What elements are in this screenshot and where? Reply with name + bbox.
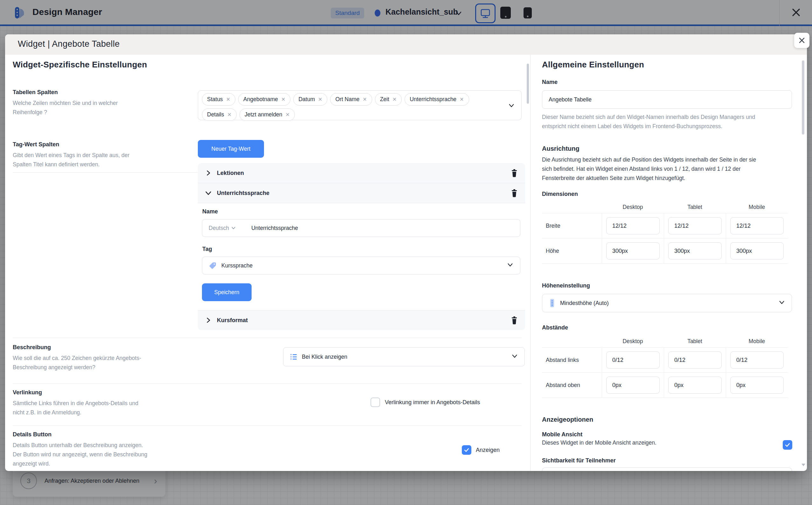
- chip-datum[interactable]: Datum✕: [293, 93, 327, 106]
- chip-remove-icon[interactable]: ✕: [227, 112, 231, 118]
- hoeheneinstellung-select[interactable]: Mindesthöhe (Auto): [542, 294, 792, 312]
- modal-close-button[interactable]: [794, 33, 809, 48]
- check-icon: [784, 442, 791, 448]
- abstand-links-desktop-input[interactable]: [606, 351, 660, 369]
- accordion-item-label: Lektionen: [217, 170, 244, 176]
- breite-mobile-input[interactable]: [730, 217, 784, 234]
- chip-remove-icon[interactable]: ✕: [286, 112, 290, 118]
- chip-label: Unterrichtssprache: [410, 96, 456, 103]
- mobile-ansicht-title: Mobile Ansicht: [542, 431, 583, 438]
- chip-label: Jetzt anmelden: [245, 111, 283, 118]
- trash-icon[interactable]: [510, 316, 518, 324]
- list-icon: [290, 353, 297, 361]
- speichern-button[interactable]: Speichern: [202, 283, 252, 301]
- abstand-oben-desktop-input[interactable]: [606, 376, 660, 394]
- hoehe-tablet-input[interactable]: [668, 242, 722, 260]
- left-scrollbar-thumb[interactable]: [527, 63, 529, 104]
- sichtbarkeit-select[interactable]: [542, 468, 792, 471]
- chip-label: Zeit: [380, 96, 389, 103]
- left-heading: Widget-Spezifische Einstellungen: [13, 60, 147, 70]
- tag-select[interactable]: Kurssprache: [202, 257, 520, 275]
- abstand-oben-tablet-input[interactable]: [668, 376, 722, 394]
- chip-zeit[interactable]: Zeit✕: [375, 93, 402, 106]
- widget-settings-column: Widget-Spezifische Einstellungen Tabelle…: [5, 55, 530, 471]
- abstand-oben-mobile-input[interactable]: [730, 376, 784, 394]
- chip-remove-icon[interactable]: ✕: [363, 96, 367, 103]
- chip-details[interactable]: Details✕: [202, 109, 236, 121]
- beschreibung-select[interactable]: Bei Klick anzeigen: [283, 347, 525, 366]
- chip-status[interactable]: Status✕: [202, 93, 235, 106]
- chip-remove-icon[interactable]: ✕: [281, 96, 285, 103]
- abstaende-table: Desktop Tablet Mobile Abstand links Abst…: [542, 335, 788, 398]
- trash-icon[interactable]: [510, 189, 518, 197]
- ruler-icon: [549, 299, 556, 308]
- modal-title: Widget | Angebote Tabelle: [18, 39, 120, 49]
- hoehe-desktop-input[interactable]: [606, 242, 660, 260]
- chip-remove-icon[interactable]: ✕: [226, 96, 230, 103]
- screen: Design Manager Standard Kachelansicht_su…: [0, 0, 812, 505]
- abstand-links-mobile-input[interactable]: [730, 351, 784, 369]
- chip-angebotname[interactable]: Angebotname✕: [238, 93, 290, 106]
- anzeigen-checkbox[interactable]: [462, 445, 471, 455]
- right-scrollbar-thumb[interactable]: [802, 60, 804, 135]
- tag-wert-accordion: Lektionen Unterrichtssprache Name: [198, 163, 525, 330]
- neuer-tag-wert-button[interactable]: Neuer Tag-Wert: [198, 140, 264, 158]
- tag-field-label: Tag: [202, 246, 212, 252]
- widget-name-label: Name: [542, 79, 557, 86]
- tag-icon: [209, 262, 217, 270]
- verlinkung-description: Sämtliche Links führen in die Angebots-D…: [13, 399, 148, 417]
- details-button-description: Details Button unterhalb der Beschreibun…: [13, 441, 150, 469]
- column-header: Desktop: [602, 204, 664, 210]
- chip-ort-name[interactable]: Ort Name✕: [330, 93, 372, 106]
- hoehe-mobile-input[interactable]: [730, 242, 784, 260]
- accordion-item-lektionen[interactable]: Lektionen: [198, 163, 525, 183]
- language-selector[interactable]: Deutsch: [209, 225, 236, 231]
- accordion-item-kursformat[interactable]: Kursformat: [198, 310, 525, 330]
- scrollbar-down-arrow-icon[interactable]: [802, 464, 805, 466]
- tag-wert-edit-panel: Name Deutsch Unterrichtssprache Tag K: [198, 203, 525, 310]
- table-row-hoehe: Höhe: [542, 238, 788, 264]
- chip-jetzt-anmelden[interactable]: Jetzt anmelden✕: [239, 109, 295, 121]
- abstaende-title: Abstände: [542, 324, 568, 331]
- tag-name-input[interactable]: Deutsch Unterrichtssprache: [202, 219, 520, 237]
- accordion-item-unterrichtssprache[interactable]: Unterrichtssprache: [198, 183, 525, 203]
- table-row-abstand-oben: Abstand oben: [542, 372, 788, 398]
- sichtbarkeit-title: Sichtbarkeit für Teilnehmer: [542, 457, 616, 464]
- table-row-breite: Breite: [542, 213, 788, 238]
- tabellen-spalten-multiselect[interactable]: Status✕ Angebotname✕ Datum✕ Ort Name✕ Ze…: [198, 90, 522, 120]
- dimensionen-table: Desktop Tablet Mobile Breite Höhe: [542, 201, 788, 264]
- chip-unterrichtssprache[interactable]: Unterrichtssprache✕: [404, 93, 469, 106]
- modal-header: Widget | Angebote Tabelle: [5, 34, 807, 55]
- table-row-abstand-links: Abstand links: [542, 347, 788, 372]
- widget-name-input[interactable]: [542, 90, 792, 109]
- mobile-ansicht-checkbox[interactable]: [783, 440, 792, 450]
- trash-icon[interactable]: [510, 169, 518, 177]
- chip-label: Datum: [298, 96, 315, 103]
- verlinkung-checkbox-label: Verlinkung immer in Angebots-Details: [385, 399, 480, 406]
- breite-desktop-input[interactable]: [606, 217, 660, 234]
- verlinkung-checkbox[interactable]: [370, 397, 380, 407]
- section-divider: [13, 426, 522, 426]
- hoeheneinstellung-label: Höheneinstellung: [542, 283, 590, 289]
- name-field-label: Name: [202, 208, 218, 215]
- column-header: Tablet: [664, 338, 726, 345]
- ausrichtung-title: Ausrichtung: [542, 145, 580, 152]
- language-label: Deutsch: [209, 225, 229, 231]
- ausrichtung-description: Die Ausrichtung bezieht sich auf die Pos…: [542, 155, 765, 183]
- chip-remove-icon[interactable]: ✕: [460, 96, 464, 103]
- chip-remove-icon[interactable]: ✕: [318, 96, 322, 103]
- mobile-ansicht-description: Dieses Widget in der Mobile Ansicht anze…: [542, 438, 733, 448]
- tag-wert-description: Gibt den Wert eines Tags in der Spalte a…: [13, 151, 146, 169]
- tabellen-spalten-title: Tabellen Spalten: [13, 89, 58, 96]
- beschreibung-select-value: Bei Klick anzeigen: [302, 354, 347, 360]
- abstand-links-tablet-input[interactable]: [668, 351, 722, 369]
- chevron-down-icon[interactable]: [508, 102, 515, 110]
- tabellen-spalten-description: Welche Zeilen möchten Sie und in welcher…: [13, 99, 146, 117]
- breite-tablet-input[interactable]: [668, 217, 722, 234]
- tag-wert-title: Tag-Wert Spalten: [13, 141, 59, 148]
- chevron-right-icon: [204, 317, 212, 323]
- chevron-right-icon: [204, 170, 212, 176]
- chip-remove-icon[interactable]: ✕: [392, 96, 396, 103]
- column-header: Desktop: [602, 338, 664, 345]
- chip-label: Details: [207, 111, 224, 118]
